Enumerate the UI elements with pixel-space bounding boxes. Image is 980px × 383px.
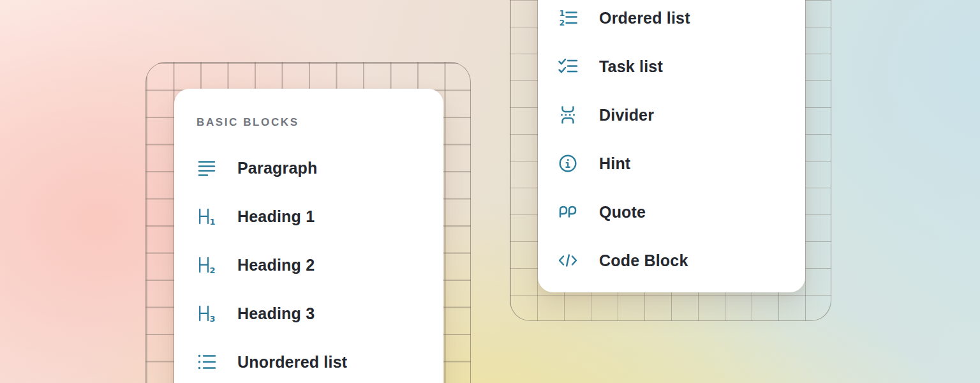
menu-item-ordered-list[interactable]: 1 2 Ordered list [558, 0, 805, 42]
heading-3-icon: 3 [197, 303, 217, 324]
gradient-background: BASIC BLOCKS Paragraph 1 Heading 1 [0, 0, 980, 383]
code-block-icon [558, 250, 578, 271]
menu-item-label: Ordered list [599, 9, 690, 27]
task-list-icon [558, 56, 578, 77]
menu-item-label: Quote [599, 203, 646, 222]
menu-item-label: Heading 2 [237, 256, 315, 274]
svg-text:2: 2 [560, 18, 565, 27]
basic-blocks-menu-card: BASIC BLOCKS Paragraph 1 Heading 1 [174, 89, 443, 383]
menu-item-heading-3[interactable]: 3 Heading 3 [197, 289, 443, 338]
menu-item-label: Hint [599, 154, 630, 173]
menu-item-label: Unordered list [237, 353, 347, 372]
menu-item-label: Code Block [599, 252, 688, 270]
menu-item-label: Heading 1 [237, 207, 315, 226]
menu-item-label: Divider [599, 106, 654, 124]
menu-item-hint[interactable]: Hint [558, 139, 805, 188]
menu-item-unordered-list[interactable]: Unordered list [197, 338, 443, 383]
divider-icon [558, 105, 578, 125]
svg-text:2: 2 [210, 266, 216, 275]
hint-icon [558, 153, 578, 174]
menu-item-quote[interactable]: Quote [558, 188, 805, 236]
menu-item-label: Paragraph [237, 159, 317, 177]
menu-item-heading-2[interactable]: 2 Heading 2 [197, 241, 443, 289]
svg-text:1: 1 [560, 8, 565, 18]
svg-text:3: 3 [210, 314, 216, 324]
blocks-menu-card: 1 2 Ordered list Task list [538, 0, 805, 292]
menu-item-label: Heading 3 [237, 304, 315, 323]
unordered-list-icon [197, 352, 217, 372]
menu-item-heading-1[interactable]: 1 Heading 1 [197, 192, 443, 241]
paragraph-icon [197, 158, 217, 178]
menu-item-paragraph[interactable]: Paragraph [197, 144, 443, 192]
menu-item-divider[interactable]: Divider [558, 91, 805, 139]
menu-item-label: Task list [599, 57, 663, 76]
ordered-list-icon: 1 2 [558, 8, 578, 28]
svg-text:1: 1 [210, 217, 216, 227]
heading-2-icon: 2 [197, 255, 217, 275]
section-label: BASIC BLOCKS [197, 116, 443, 130]
menu-item-task-list[interactable]: Task list [558, 42, 805, 91]
blocks-list: 1 2 Ordered list Task list [558, 0, 805, 285]
basic-blocks-list: Paragraph 1 Heading 1 2 [197, 144, 443, 383]
quote-icon [558, 202, 578, 222]
heading-1-icon: 1 [197, 206, 217, 227]
menu-item-code-block[interactable]: Code Block [558, 236, 805, 285]
